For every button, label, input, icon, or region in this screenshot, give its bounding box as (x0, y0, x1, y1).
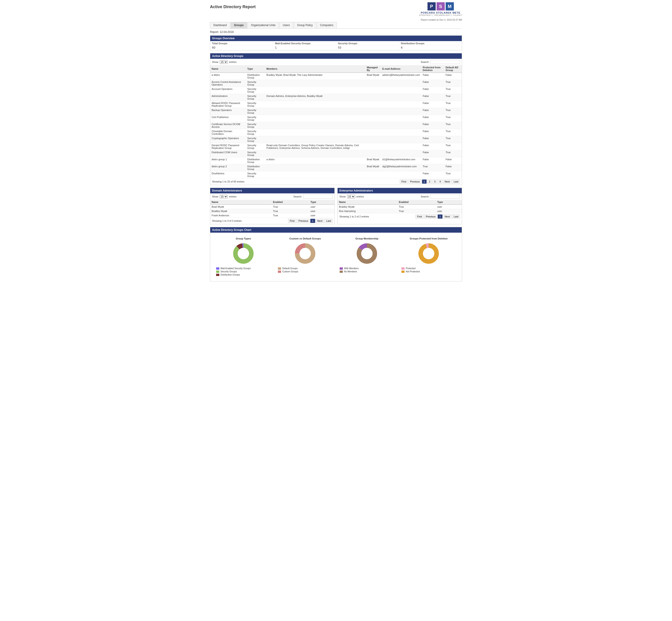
row-protected: False (421, 108, 444, 115)
last-btn[interactable]: Last (452, 179, 460, 183)
chart-custom-default: Custom vs Default Groups Default Groups (278, 237, 332, 277)
da-last-btn[interactable]: Last (325, 219, 332, 223)
row-name: Backup Operators (210, 108, 246, 115)
tab-organizational-units[interactable]: Organizational Units (247, 22, 279, 28)
tab-groups[interactable]: Groups (231, 22, 247, 28)
mail-enabled-cell: Mail-Enabled Security Groups 1 (273, 41, 336, 50)
da-page-1-btn[interactable]: 1 (310, 219, 315, 223)
table-row: DnsAdmins Security Group False True (210, 171, 462, 178)
legend-custom-groups: Custom Groups (278, 270, 332, 273)
legend-color-with-members (340, 267, 343, 270)
tab-dashboard[interactable]: Dashboard (210, 22, 230, 28)
row-managed-by (365, 136, 381, 143)
row-default: True (444, 150, 462, 157)
search-input[interactable] (430, 60, 460, 64)
row-managed-by (365, 122, 381, 129)
da-page-buttons: First Previous 1 Next Last (288, 219, 332, 223)
svg-point-12 (423, 248, 434, 259)
row-default: True (444, 129, 462, 136)
page-3-btn[interactable]: 3 (433, 179, 437, 183)
next-btn[interactable]: Next (443, 179, 451, 183)
tab-computers[interactable]: Computers (317, 22, 337, 28)
ea-show-select[interactable]: 1525 (347, 195, 355, 198)
row-type: Distribution Group (246, 157, 265, 164)
da-col-enabled: Enabled (272, 200, 309, 205)
da-search-input[interactable] (303, 195, 332, 199)
ea-name: Ron Hamstring (338, 209, 398, 213)
row-name: a distro (210, 73, 246, 80)
da-first-btn[interactable]: First (288, 219, 296, 223)
legend-label-no-members: No Members (344, 270, 357, 273)
ea-next-btn[interactable]: Next (443, 214, 451, 218)
charts-row: Group Types Mail-Enabled Security Groups (210, 233, 462, 281)
ea-previous-btn[interactable]: Previous (424, 214, 437, 218)
ea-page-buttons: First Previous 1 Next Last (416, 214, 460, 218)
row-managed-by (365, 80, 381, 87)
donut-group-types (232, 242, 255, 265)
row-name: Allowed RODC Password Replication Group (210, 101, 246, 108)
row-members (265, 122, 365, 129)
search-box: Search: (421, 60, 460, 64)
legend-color-not-protected (401, 271, 404, 273)
da-next-btn[interactable]: Next (316, 219, 324, 223)
table-row: Backup Operators Security Group False Tr… (210, 108, 462, 115)
domain-admins-header: Domain Administrators (210, 188, 334, 193)
ea-page-1-btn[interactable]: 1 (438, 214, 442, 218)
svg-point-6 (300, 248, 311, 259)
ea-search-box: Search: (421, 195, 460, 199)
logo-p: P (428, 2, 436, 10)
ea-first-btn[interactable]: First (416, 214, 424, 218)
row-managed-by (365, 171, 381, 178)
domain-admins-table: Name Enabled Type Brad Wyatt True user B… (210, 200, 334, 218)
ad-groups-section: Active Directory Groups Show 152550 entr… (210, 53, 462, 185)
donut-svg-group-types (232, 242, 255, 265)
legend-color-custom (278, 271, 281, 273)
row-managed-by: Brad Wyatt (365, 164, 381, 171)
page-4-btn[interactable]: 4 (438, 179, 442, 183)
table-row: a distro Distribution Group Bradley Wyat… (210, 73, 462, 80)
row-email: dg2@thelazyadministrator.com (381, 164, 421, 171)
tab-group-policy[interactable]: Group Policy (294, 22, 316, 28)
page-title: Active Directory Report (210, 5, 255, 9)
ea-col-type: Type (436, 200, 462, 205)
col-email: E-mail Address (381, 65, 421, 73)
row-default: True (444, 122, 462, 129)
ea-type: user (436, 209, 462, 213)
chart-membership-title: Group Membership (340, 237, 394, 240)
row-name: Administrators (210, 94, 246, 101)
show-entries-select[interactable]: 152550 (220, 60, 228, 64)
ea-name: Bradley Wyatt (338, 205, 398, 209)
row-type: Distribution Group (246, 73, 265, 80)
domain-admins-controls: Show 1525 entries Search: (210, 193, 334, 200)
ea-search-input[interactable] (430, 195, 460, 199)
legend-label-security: Security Groups (221, 270, 237, 273)
da-show-select[interactable]: 1525 (220, 195, 228, 198)
row-type: Security Group (246, 136, 265, 143)
da-previous-btn[interactable]: Previous (297, 219, 310, 223)
enterprise-admins-table: Name Enabled Type Bradley Wyatt True use… (338, 200, 462, 213)
table-row: distro group 1 Distribution Group a dist… (210, 157, 462, 164)
page-2-btn[interactable]: 2 (427, 179, 432, 183)
row-name: DnsAdmins (210, 171, 246, 178)
row-email (381, 101, 421, 108)
ea-last-btn[interactable]: Last (452, 214, 460, 218)
row-name: distro group 1 (210, 157, 246, 164)
legend-distribution: Distribution Groups (216, 274, 270, 276)
row-protected: False (421, 115, 444, 122)
first-btn[interactable]: First (400, 179, 408, 183)
groups-overview-section: Groups Overview Total Groups 60 Mail-Ena… (210, 35, 462, 50)
row-type: Security Group (246, 108, 265, 115)
legend-security: Security Groups (216, 270, 270, 273)
row-protected: False (421, 157, 444, 164)
tab-users[interactable]: Users (279, 22, 293, 28)
nav-tabs: Dashboard Groups Organizational Units Us… (210, 22, 462, 29)
row-managed-by: Brad Wyatt (365, 73, 381, 80)
ea-col-name: Name (338, 200, 398, 205)
page-1-btn[interactable]: 1 (422, 179, 427, 183)
previous-btn[interactable]: Previous (408, 179, 421, 183)
row-protected: False (421, 171, 444, 178)
legend-group-types: Mail-Enabled Security Groups Security Gr… (216, 267, 270, 276)
row-protected: False (421, 143, 444, 150)
row-managed-by (365, 87, 381, 94)
row-default: False (444, 157, 462, 164)
